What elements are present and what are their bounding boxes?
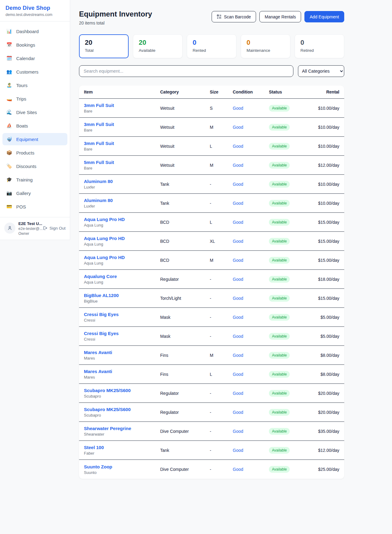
item-name-link[interactable]: Suunto Zoop bbox=[84, 464, 160, 469]
user-role: Owner bbox=[18, 231, 40, 236]
scan-barcode-button[interactable]: Scan Barcode bbox=[212, 11, 256, 22]
sidebar-item-dashboard[interactable]: 📊 Dashboard bbox=[2, 25, 67, 37]
trips-icon: 🚤 bbox=[6, 96, 12, 101]
stats-row: 20 Total 20 Available 0 Rented 0 Mainten… bbox=[79, 34, 344, 58]
manage-rentals-button[interactable]: Manage Rentals bbox=[259, 11, 301, 22]
item-name-link[interactable]: Cressi Big Eyes bbox=[84, 331, 160, 336]
sidebar-item-tours[interactable]: 🏝️ Tours bbox=[2, 79, 67, 91]
item-name-link[interactable]: Aqua Lung Pro HD bbox=[84, 217, 160, 222]
item-brand: Scubapro bbox=[84, 413, 160, 418]
stat-card-retired[interactable]: 0 Retired bbox=[295, 34, 344, 58]
category-cell: Regulator bbox=[160, 277, 210, 282]
sidebar-item-label: Training bbox=[16, 177, 33, 182]
sidebar-item-training[interactable]: 🎓 Training bbox=[2, 174, 67, 186]
table-row: Aluminum 80 Luxfer Tank - Good Available… bbox=[79, 175, 344, 194]
stat-card-total[interactable]: 20 Total bbox=[79, 34, 129, 58]
sidebar-item-equipment[interactable]: 🤿 Equipment bbox=[2, 133, 67, 145]
stat-card-rented[interactable]: 0 Rented bbox=[187, 34, 236, 58]
sign-out-button[interactable]: Sign Out bbox=[43, 226, 66, 231]
sidebar-item-products[interactable]: 📦 Products bbox=[2, 147, 67, 159]
condition-cell: Good bbox=[233, 144, 269, 149]
item-name-link[interactable]: Aqua Lung Pro HD bbox=[84, 236, 160, 241]
rental-cell: $8.00/day bbox=[315, 353, 339, 358]
status-badge: Available bbox=[269, 371, 290, 378]
item-brand: Aqua Lung bbox=[84, 280, 160, 284]
status-cell: Available bbox=[269, 200, 315, 207]
sidebar-item-gallery[interactable]: 📷 Gallery bbox=[2, 187, 67, 199]
size-cell: M bbox=[210, 125, 233, 130]
sidebar-item-label: Equipment bbox=[16, 137, 38, 142]
item-brand: Suunto bbox=[84, 470, 160, 475]
sidebar-item-label: Discounts bbox=[16, 164, 36, 169]
condition-cell: Good bbox=[233, 220, 269, 225]
item-brand: Cressi bbox=[84, 337, 160, 341]
rental-cell: $12.00/day bbox=[315, 163, 339, 168]
rental-cell: $15.00/day bbox=[315, 258, 339, 263]
avatar bbox=[4, 223, 15, 234]
filters-row: All Categories bbox=[79, 65, 344, 77]
sidebar-item-customers[interactable]: 👥 Customers bbox=[2, 66, 67, 78]
category-cell: Dive Computer bbox=[160, 467, 210, 472]
condition-cell: Good bbox=[233, 125, 269, 130]
status-badge: Available bbox=[269, 352, 290, 359]
item-name-link[interactable]: Cressi Big Eyes bbox=[84, 312, 160, 317]
item-cell: 3mm Full Suit Bare bbox=[84, 122, 160, 132]
item-name-link[interactable]: Aluminum 80 bbox=[84, 179, 160, 184]
item-name-link[interactable]: Steel 100 bbox=[84, 445, 160, 450]
status-cell: Available bbox=[269, 276, 315, 283]
category-cell: Dive Computer bbox=[160, 429, 210, 434]
item-name-link[interactable]: Mares Avanti bbox=[84, 350, 160, 355]
item-name-link[interactable]: 3mm Full Suit bbox=[84, 122, 160, 127]
status-cell: Available bbox=[269, 352, 315, 359]
item-name-link[interactable]: 5mm Full Suit bbox=[84, 160, 160, 165]
add-equipment-button[interactable]: Add Equipment bbox=[304, 11, 344, 22]
category-select[interactable]: All Categories bbox=[298, 65, 344, 77]
sidebar-item-dive-sites[interactable]: 🌊 Dive Sites bbox=[2, 106, 67, 118]
item-name-link[interactable]: Scubapro MK25/S600 bbox=[84, 407, 160, 412]
item-name-link[interactable]: BigBlue AL1200 bbox=[84, 293, 160, 298]
brand-name[interactable]: Demo Dive Shop bbox=[6, 5, 64, 11]
sidebar-item-pos[interactable]: 💳 POS bbox=[2, 200, 67, 213]
item-name-link[interactable]: Aluminum 80 bbox=[84, 198, 160, 203]
user-email: e2e-tester@... bbox=[18, 227, 40, 231]
item-name-link[interactable]: 3mm Full Suit bbox=[84, 141, 160, 146]
rental-cell: $10.00/day bbox=[315, 201, 339, 206]
item-cell: Aluminum 80 Luxfer bbox=[84, 179, 160, 189]
condition-cell: Good bbox=[233, 296, 269, 301]
table-row: Scubapro MK25/S600 Scubapro Regulator - … bbox=[79, 384, 344, 403]
status-cell: Available bbox=[269, 181, 315, 188]
sidebar-item-label: Dive Sites bbox=[16, 110, 37, 115]
rental-cell: $20.00/day bbox=[315, 391, 339, 396]
sidebar-item-discounts[interactable]: 🏷️ Discounts bbox=[2, 160, 67, 172]
item-name-link[interactable]: 3mm Full Suit bbox=[84, 103, 160, 108]
page-title-block: Equipment Inventory 20 items total bbox=[79, 10, 152, 25]
sidebar-item-label: Boats bbox=[16, 123, 28, 128]
item-brand: Bare bbox=[84, 147, 160, 151]
item-name-link[interactable]: Aqualung Core bbox=[84, 274, 160, 279]
sidebar-item-label: Bookings bbox=[16, 42, 35, 48]
item-brand: Aqua Lung bbox=[84, 223, 160, 227]
stat-card-maintenance[interactable]: 0 Maintenance bbox=[241, 34, 290, 58]
item-name-link[interactable]: Scubapro MK25/S600 bbox=[84, 388, 160, 393]
sidebar-item-trips[interactable]: 🚤 Trips bbox=[2, 93, 67, 105]
category-cell: BCD bbox=[160, 239, 210, 244]
condition-cell: Good bbox=[233, 467, 269, 472]
category-cell: Mask bbox=[160, 315, 210, 320]
stat-card-available[interactable]: 20 Available bbox=[133, 34, 183, 58]
item-name-link[interactable]: Shearwater Peregrine bbox=[84, 426, 160, 431]
status-badge: Available bbox=[269, 314, 290, 321]
sidebar-item-bookings[interactable]: 📅 Bookings bbox=[2, 39, 67, 51]
status-cell: Available bbox=[269, 428, 315, 435]
item-brand: Aqua Lung bbox=[84, 261, 160, 265]
search-input[interactable] bbox=[79, 65, 293, 77]
item-name-link[interactable]: Mares Avanti bbox=[84, 369, 160, 374]
condition-cell: Good bbox=[233, 429, 269, 434]
sidebar-item-calendar[interactable]: 🗓️ Calendar bbox=[2, 52, 67, 64]
sidebar-item-boats[interactable]: ⛵ Boats bbox=[2, 120, 67, 132]
item-brand: BigBlue bbox=[84, 299, 160, 303]
rental-cell: $10.00/day bbox=[315, 125, 339, 130]
item-name-link[interactable]: Aqua Lung Pro HD bbox=[84, 255, 160, 260]
item-brand: Luxfer bbox=[84, 185, 160, 189]
col-condition: Condition bbox=[233, 90, 269, 94]
rental-cell: $15.00/day bbox=[315, 296, 339, 301]
